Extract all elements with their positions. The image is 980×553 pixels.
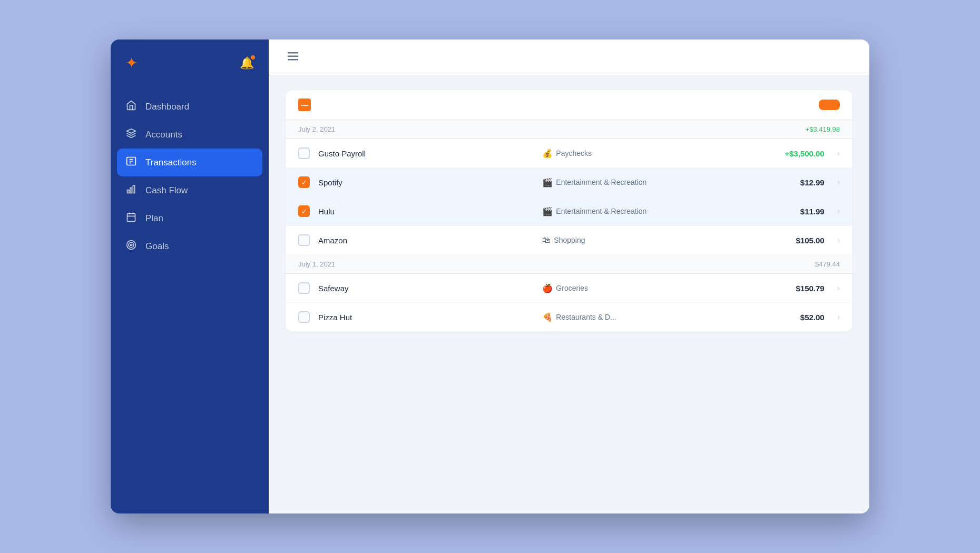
nav-label-accounts: Accounts [145,130,182,140]
nav-label-plan: Plan [145,213,163,224]
tx-name-safeway: Safeway [318,284,534,293]
selection-icon: — [298,98,311,111]
tx-category-pizzahut: 🍕 Restaurants & D... [542,312,758,322]
tx-name-pizzahut: Pizza Hut [318,313,534,322]
sidebar-header: ✦ 🔔 [111,39,269,84]
selection-bar: — [286,90,852,120]
checkbox-pizzahut[interactable] [298,311,310,323]
checkbox-gusto[interactable] [298,147,310,159]
chevron-icon-hulu: › [837,206,840,216]
chevron-icon-spotify: › [837,177,840,187]
main-content: — July 2, 2021 +$3,419.98 Gusto Payroll … [269,39,869,514]
svg-point-7 [130,244,132,245]
transaction-row-spotify[interactable]: ✓ Spotify 🎬 Entertainment & Recreation $… [286,168,852,197]
monarch-logo-icon: ✦ [125,54,138,72]
plan-icon [125,212,137,225]
sidebar-item-plan[interactable]: Plan [111,204,269,232]
nav-label-cashflow: Cash Flow [145,185,188,196]
tx-amount-pizzahut: $52.00 [767,313,825,322]
nav-label-goals: Goals [145,241,169,252]
svg-rect-2 [130,188,132,193]
tx-category-amazon: 🛍 Shopping [542,235,758,245]
checkbox-safeway[interactable] [298,282,310,294]
tx-category-safeway: 🍎 Groceries [542,283,758,293]
tx-category-hulu: 🎬 Entertainment & Recreation [542,206,758,216]
checkbox-spotify[interactable]: ✓ [298,176,310,188]
transactions-icon [125,156,137,169]
transaction-row-hulu[interactable]: ✓ Hulu 🎬 Entertainment & Recreation $11.… [286,197,852,226]
notification-button[interactable]: 🔔 [240,56,254,70]
tx-name-spotify: Spotify [318,178,534,187]
chevron-icon-gusto: › [837,149,840,158]
sidebar-item-goals[interactable]: Goals [111,232,269,260]
date-total-1: $479.44 [815,260,840,268]
sidebar-item-dashboard[interactable]: Dashboard [111,93,269,121]
svg-rect-10 [288,59,298,61]
sidebar-item-accounts[interactable]: Accounts [111,121,269,149]
transaction-row-safeway[interactable]: Safeway 🍎 Groceries $150.79 › [286,274,852,303]
svg-rect-3 [133,185,134,193]
svg-rect-8 [288,52,298,54]
tx-name-gusto: Gusto Payroll [318,149,534,158]
menu-button[interactable] [286,49,300,65]
checkbox-amazon[interactable] [298,234,310,246]
date-label-1: July 1, 2021 [298,260,335,268]
notification-dot [251,55,255,60]
chevron-icon-amazon: › [837,235,840,245]
tx-name-amazon: Amazon [318,236,534,245]
transaction-row-amazon[interactable]: Amazon 🛍 Shopping $105.00 › [286,226,852,255]
selection-minus: — [301,101,308,109]
transaction-list: July 2, 2021 +$3,419.98 Gusto Payroll 💰 … [286,120,852,332]
cashflow-icon [125,184,137,197]
goals-icon [125,240,137,253]
topbar [269,39,869,75]
dashboard-icon [125,100,137,113]
tx-amount-spotify: $12.99 [767,178,825,187]
accounts-icon [125,128,137,141]
transactions-card: — July 2, 2021 +$3,419.98 Gusto Payroll … [286,90,852,332]
tx-category-spotify: 🎬 Entertainment & Recreation [542,177,758,187]
category-emoji-spotify: 🎬 [542,177,553,187]
tx-category-gusto: 💰 Paychecks [542,149,758,159]
category-emoji-amazon: 🛍 [542,235,551,245]
sidebar: ✦ 🔔 Dashboard Accounts Transactions Cash… [111,39,269,514]
svg-rect-9 [288,56,298,57]
transaction-row-gusto[interactable]: Gusto Payroll 💰 Paychecks +$3,500.00 › [286,139,852,168]
nav-label-transactions: Transactions [145,157,197,168]
category-emoji-safeway: 🍎 [542,283,553,293]
tx-amount-gusto: +$3,500.00 [767,149,825,158]
logo-area: ✦ [125,54,144,72]
svg-point-6 [129,242,134,248]
tx-name-hulu: Hulu [318,207,534,216]
date-total-0: +$3,419.98 [806,125,840,133]
sidebar-nav: Dashboard Accounts Transactions Cash Flo… [111,84,269,514]
category-emoji-pizzahut: 🍕 [542,312,553,322]
app-window: ✦ 🔔 Dashboard Accounts Transactions Cash… [111,39,869,514]
transaction-row-pizzahut[interactable]: Pizza Hut 🍕 Restaurants & D... $52.00 › [286,303,852,332]
close-selection-button[interactable] [799,101,811,109]
svg-rect-1 [128,190,129,193]
chevron-icon-pizzahut: › [837,312,840,322]
tx-amount-amazon: $105.00 [767,236,825,245]
tx-amount-safeway: $150.79 [767,284,825,293]
tx-amount-hulu: $11.99 [767,207,825,216]
edit-button[interactable] [819,100,840,110]
sidebar-item-cashflow[interactable]: Cash Flow [111,176,269,204]
svg-rect-4 [128,213,135,221]
date-label-0: July 2, 2021 [298,125,335,133]
nav-label-dashboard: Dashboard [145,102,189,112]
transactions-area: — July 2, 2021 +$3,419.98 Gusto Payroll … [269,75,869,514]
date-row-0: July 2, 2021 +$3,419.98 [286,120,852,139]
date-row-1: July 1, 2021 $479.44 [286,255,852,274]
category-emoji-gusto: 💰 [542,149,553,159]
checkbox-hulu[interactable]: ✓ [298,205,310,217]
chevron-icon-safeway: › [837,283,840,293]
category-emoji-hulu: 🎬 [542,206,553,216]
sidebar-item-transactions[interactable]: Transactions [117,149,262,176]
